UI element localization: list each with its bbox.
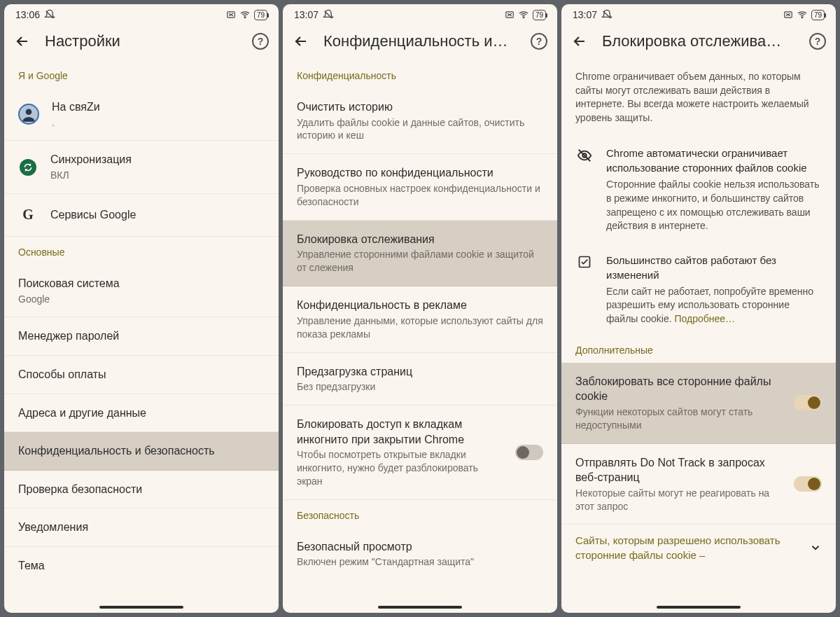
intro-text: Chrome ограничивает объем данных, по кот…: [561, 60, 836, 134]
feature-sites-work-title: Большинство сайтов работают без изменени…: [606, 253, 822, 282]
feature-auto-limit-body: Сторонние файлы cookie нельзя использова…: [606, 178, 822, 233]
tracking-protection-row[interactable]: Блокировка отслеживания Управление сторо…: [283, 221, 557, 286]
eye-off-icon: [575, 146, 594, 233]
header: Блокировка отслежива… ?: [561, 25, 836, 60]
home-indicator[interactable]: [657, 606, 741, 609]
google-services-label: Сервисы Google: [50, 207, 265, 223]
clear-history-row[interactable]: Очистить историю Удалить файлы cookie и …: [283, 88, 557, 154]
chevron-down-icon: [809, 541, 822, 554]
status-bar: 13:07 79: [561, 4, 836, 25]
header: Настройки ?: [4, 25, 279, 60]
svg-point-2: [26, 109, 32, 116]
safety-check-row[interactable]: Проверка безопасности: [4, 471, 279, 509]
addresses-row[interactable]: Адреса и другие данные: [4, 394, 279, 433]
incognito-lock-row[interactable]: Блокировать доступ к вкладкам инкогнито …: [283, 405, 557, 500]
wifi-icon: [518, 9, 529, 20]
settings-screen: 13:06 79 Настройки ? Я и Google На свяZи…: [4, 4, 279, 613]
battery-indicator: 79: [254, 10, 267, 20]
home-indicator[interactable]: [378, 606, 462, 609]
wifi-icon: [239, 9, 251, 20]
google-icon: G: [22, 207, 34, 223]
dnd-icon: [44, 9, 55, 20]
section-basics: Основные: [4, 237, 279, 265]
safe-browsing-row[interactable]: Безопасный просмотр Включен режим "Станд…: [283, 528, 557, 580]
dnd-icon: [323, 9, 334, 20]
search-engine-row[interactable]: Поисковая система Google: [4, 265, 279, 317]
back-button[interactable]: [571, 33, 588, 50]
dnd-icon: [601, 9, 612, 20]
sync-title: Синхронизация: [50, 152, 265, 167]
learn-more-link[interactable]: Подробнее…: [675, 313, 736, 324]
allowed-sites-row[interactable]: Сайты, которым разрешено использовать ст…: [561, 525, 836, 582]
preload-row[interactable]: Предзагрузка страниц Без предзагрузки: [283, 353, 557, 405]
search-engine-title: Поисковая система: [18, 276, 265, 291]
section-additional: Дополнительные: [561, 335, 836, 363]
status-bar: 13:07 79: [283, 4, 557, 25]
block-all-cookies-row[interactable]: Заблокировать все сторонние файлы cookie…: [561, 363, 836, 444]
avatar: [18, 104, 39, 125]
section-security: Безопасность: [283, 500, 557, 528]
section-privacy: Конфиденциальность: [283, 60, 557, 88]
home-indicator[interactable]: [99, 606, 183, 609]
allowed-sites-label: Сайты, которым разрешено использовать ст…: [575, 533, 802, 562]
tracking-protection-screen: 13:07 79 Блокировка отслежива… ? Chrome …: [561, 4, 836, 613]
account-sub: .: [52, 116, 265, 130]
payments-row[interactable]: Способы оплаты: [4, 356, 279, 394]
section-me-and-google: Я и Google: [4, 60, 279, 88]
help-button[interactable]: ?: [809, 33, 826, 50]
status-bar: 13:06 79: [4, 4, 279, 25]
cast-icon: [783, 10, 793, 20]
feature-auto-limit-title: Chrome автоматически ограничивает исполь…: [606, 146, 822, 175]
svg-point-6: [802, 17, 802, 18]
battery-indicator: 79: [811, 10, 825, 20]
google-services-row[interactable]: G Сервисы Google: [4, 194, 279, 237]
notifications-row[interactable]: Уведомления: [4, 508, 279, 547]
battery-indicator: 79: [533, 10, 546, 20]
cast-icon: [505, 10, 514, 20]
cast-icon: [226, 10, 236, 20]
header: Конфиденциальность и… ?: [283, 25, 557, 60]
theme-row[interactable]: Тема: [4, 547, 279, 585]
ad-privacy-row[interactable]: Конфиденциальность в рекламе Управление …: [283, 286, 557, 352]
feature-sites-work: Большинство сайтов работают без изменени…: [561, 242, 836, 335]
feature-sites-work-body: Если сайт не работает, попробуйте времен…: [606, 285, 822, 326]
back-button[interactable]: [14, 33, 31, 50]
incognito-lock-toggle[interactable]: [515, 445, 543, 460]
help-button[interactable]: ?: [531, 33, 547, 50]
help-button[interactable]: ?: [252, 33, 269, 50]
search-engine-sub: Google: [18, 293, 265, 306]
page-title: Настройки: [45, 32, 238, 50]
sync-sub: ВКЛ: [50, 169, 265, 182]
clock: 13:07: [573, 9, 597, 20]
page-title: Конфиденциальность и…: [323, 32, 517, 50]
block-all-cookies-toggle[interactable]: [794, 395, 822, 410]
privacy-security-row[interactable]: Конфиденциальность и безопасность: [4, 432, 279, 471]
clock: 13:07: [294, 9, 318, 20]
privacy-screen: 13:07 79 Конфиденциальность и… ? Конфиде…: [283, 4, 557, 613]
svg-point-1: [244, 17, 245, 18]
back-button[interactable]: [293, 33, 309, 50]
account-row[interactable]: На свяZи .: [4, 88, 279, 141]
page-title: Блокировка отслежива…: [602, 32, 795, 50]
clock: 13:06: [15, 9, 40, 20]
wifi-icon: [797, 9, 808, 20]
do-not-track-row[interactable]: Отправлять Do Not Track в запросах веб-с…: [561, 444, 836, 525]
do-not-track-toggle[interactable]: [794, 476, 822, 492]
sync-icon: [20, 159, 36, 176]
account-name: На свяZи: [52, 99, 265, 115]
privacy-guide-row[interactable]: Руководство по конфиденциальности Провер…: [283, 154, 557, 220]
password-manager-row[interactable]: Менеджер паролей: [4, 317, 279, 356]
sync-row[interactable]: Синхронизация ВКЛ: [4, 141, 279, 193]
feature-auto-limit: Chrome автоматически ограничивает исполь…: [561, 134, 836, 241]
svg-point-4: [523, 17, 524, 18]
checkbox-icon: [575, 253, 594, 326]
